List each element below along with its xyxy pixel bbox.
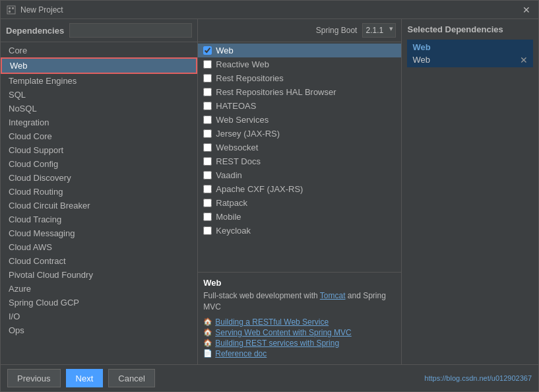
footer: Previous Next Cancel https://blog.csdn.n… — [1, 364, 538, 391]
desc-link-text[interactable]: Serving Web Content with Spring MVC — [215, 328, 352, 337]
checkbox-item-apache-cxf[interactable]: Apache CXF (JAX-RS) — [198, 182, 401, 196]
checkbox-item-vaadin[interactable]: Vaadin — [198, 168, 401, 182]
selected-dep-name: Web — [412, 55, 430, 65]
checkbox-hateoas[interactable] — [203, 102, 212, 110]
cancel-button[interactable]: Cancel — [108, 369, 154, 387]
version-select[interactable]: 2.1.12.1.02.0.72.2.0 — [362, 23, 396, 38]
checkbox-item-rest-repositories-hal[interactable]: Rest Repositories HAL Browser — [198, 85, 401, 99]
checkbox-label-ratpack: Ratpack — [216, 198, 247, 208]
remove-dep-button[interactable]: ✕ — [520, 55, 528, 65]
checkbox-label-jersey: Jersey (JAX-RS) — [216, 129, 280, 139]
sidebar-item-cloud-aws[interactable]: Cloud AWS — [1, 240, 197, 254]
sidebar-item-web[interactable]: Web — [1, 57, 197, 74]
checkbox-label-websocket: Websocket — [216, 143, 258, 152]
checkbox-label-reactive-web: Reactive Web — [216, 59, 269, 69]
sidebar-item-cloud-messaging[interactable]: Cloud Messaging — [1, 226, 197, 240]
previous-button[interactable]: Previous — [7, 369, 61, 387]
sidebar-item-cloud-contract[interactable]: Cloud Contract — [1, 254, 197, 268]
sidebar-item-cloud-circuit-breaker[interactable]: Cloud Circuit Breaker — [1, 199, 197, 212]
checkbox-label-rest-repositories: Rest Repositories — [216, 73, 284, 83]
desc-link: 🏠Building a RESTful Web Service — [203, 317, 396, 327]
sidebar-item-integration[interactable]: Integration — [1, 115, 197, 129]
category-list: CoreWebTemplate EnginesSQLNoSQLIntegrati… — [1, 42, 197, 364]
checkbox-item-reactive-web[interactable]: Reactive Web — [198, 57, 401, 71]
checkbox-rest-repositories[interactable] — [203, 74, 212, 82]
selected-dep-group-name: Web — [412, 42, 528, 52]
checkbox-label-vaadin: Vaadin — [216, 170, 242, 180]
checkbox-item-hateoas[interactable]: HATEOAS — [198, 99, 401, 113]
link-icon: 🏠 — [203, 317, 212, 326]
checkbox-label-keycloak: Keycloak — [216, 226, 251, 236]
url-bar: https://blog.csdn.net/u012902367 — [160, 374, 532, 382]
checkbox-item-web-services[interactable]: Web Services — [198, 113, 401, 127]
checkbox-reactive-web[interactable] — [203, 60, 212, 69]
version-select-wrapper: 2.1.12.1.02.0.72.2.0 — [362, 23, 396, 38]
sidebar-item-core[interactable]: Core — [1, 44, 197, 57]
desc-link: 🏠Building REST services with Spring — [203, 338, 396, 348]
window-title: New Project — [20, 5, 520, 15]
selected-dep-item: Web✕ — [412, 55, 528, 65]
checkbox-keycloak[interactable] — [203, 226, 212, 235]
sidebar-item-nosql[interactable]: NoSQL — [1, 102, 197, 115]
sidebar-item-cloud-support[interactable]: Cloud Support — [1, 143, 197, 157]
sidebar-item-pivotal-cloud-foundry[interactable]: Pivotal Cloud Foundry — [1, 268, 197, 282]
desc-link: 📄Reference doc — [203, 348, 396, 359]
sidebar-item-azure[interactable]: Azure — [1, 282, 197, 296]
checkbox-vaadin[interactable] — [203, 171, 212, 180]
checkbox-mobile[interactable] — [203, 212, 212, 221]
sidebar-item-cloud-core[interactable]: Cloud Core — [1, 129, 197, 143]
checkbox-label-web-services: Web Services — [216, 115, 269, 125]
sidebar-item-io[interactable]: I/O — [1, 310, 197, 323]
dependencies-label: Dependencies — [6, 26, 64, 36]
middle-panel: Spring Boot 2.1.12.1.02.0.72.2.0 WebReac… — [198, 19, 402, 364]
checkbox-label-mobile: Mobile — [216, 212, 241, 222]
checkbox-rest-docs[interactable] — [203, 157, 212, 166]
checkbox-item-websocket[interactable]: Websocket — [198, 141, 401, 154]
desc-links: 🏠Building a RESTful Web Service🏠Serving … — [203, 317, 396, 359]
desc-link-text[interactable]: Building a RESTful Web Service — [215, 317, 329, 327]
desc-link-text[interactable]: Building REST services with Spring — [215, 339, 339, 348]
svg-rect-2 — [12, 7, 14, 9]
sidebar-item-cloud-tracing[interactable]: Cloud Tracing — [1, 212, 197, 226]
checkbox-jersey[interactable] — [203, 129, 212, 138]
right-panel: Selected Dependencies WebWeb✕ — [402, 19, 538, 364]
checkbox-item-mobile[interactable]: Mobile — [198, 210, 401, 224]
link-icon: 🏠 — [203, 339, 212, 347]
sidebar-item-spring-cloud-gcp[interactable]: Spring Cloud GCP — [1, 296, 197, 310]
next-button[interactable]: Next — [66, 369, 104, 387]
checkbox-label-web: Web — [216, 46, 234, 55]
desc-link-text[interactable]: Reference doc — [215, 349, 267, 358]
close-button[interactable]: ✕ — [520, 5, 533, 15]
checkbox-websocket[interactable] — [203, 143, 212, 152]
desc-title: Web — [203, 278, 396, 288]
checkbox-item-jersey[interactable]: Jersey (JAX-RS) — [198, 127, 401, 141]
checkbox-item-rest-docs[interactable]: REST Docs — [198, 154, 401, 168]
sidebar-item-sql[interactable]: SQL — [1, 88, 197, 102]
checkbox-label-apache-cxf: Apache CXF (JAX-RS) — [216, 184, 303, 194]
checkbox-ratpack[interactable] — [203, 199, 212, 207]
left-panel: Dependencies CoreWebTemplate EnginesSQLN… — [1, 19, 198, 364]
sidebar-item-cloud-discovery[interactable]: Cloud Discovery — [1, 171, 197, 185]
checkbox-item-ratpack[interactable]: Ratpack — [198, 196, 401, 210]
checkbox-web-services[interactable] — [203, 115, 212, 124]
checkbox-label-rest-repositories-hal: Rest Repositories HAL Browser — [216, 87, 336, 97]
main-window: New Project ✕ Dependencies CoreWebTempla… — [0, 0, 539, 392]
description-panel: Web Full-stack web development with Tomc… — [198, 272, 401, 364]
desc-link: 🏠Serving Web Content with Spring MVC — [203, 327, 396, 338]
title-bar: New Project ✕ — [1, 1, 538, 19]
sidebar-item-template-engines[interactable]: Template Engines — [1, 74, 197, 88]
tomcat-link[interactable]: Tomcat — [320, 291, 346, 300]
search-input[interactable] — [69, 23, 192, 38]
checkbox-label-rest-docs: REST Docs — [216, 156, 261, 166]
sidebar-item-ops[interactable]: Ops — [1, 323, 197, 337]
svg-rect-1 — [9, 7, 11, 9]
checkbox-rest-repositories-hal[interactable] — [203, 88, 212, 96]
checkbox-item-web[interactable]: Web — [198, 44, 401, 57]
checkbox-web[interactable] — [203, 46, 212, 55]
sidebar-item-cloud-routing[interactable]: Cloud Routing — [1, 185, 197, 199]
selected-dep-group: WebWeb✕ — [407, 40, 533, 67]
sidebar-item-cloud-config[interactable]: Cloud Config — [1, 157, 197, 171]
checkbox-item-keycloak[interactable]: Keycloak — [198, 224, 401, 238]
checkbox-apache-cxf[interactable] — [203, 185, 212, 193]
checkbox-item-rest-repositories[interactable]: Rest Repositories — [198, 71, 401, 85]
